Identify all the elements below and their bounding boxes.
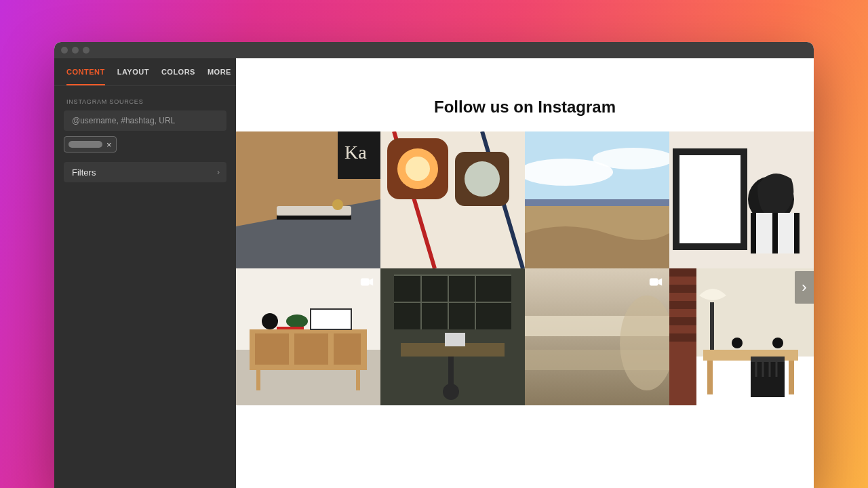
titlebar	[54, 42, 814, 58]
svg-rect-28	[794, 213, 800, 253]
svg-rect-37	[311, 309, 351, 329]
chip-swatch	[68, 141, 102, 148]
svg-rect-62	[669, 268, 696, 277]
svg-point-77	[732, 338, 743, 348]
svg-rect-24	[751, 213, 756, 253]
feed-grid: Ka	[236, 131, 814, 405]
svg-rect-69	[789, 361, 794, 394]
svg-rect-34	[255, 333, 289, 365]
feed-item[interactable]: Ka	[236, 131, 380, 268]
svg-rect-27	[783, 213, 789, 253]
svg-marker-59	[658, 279, 663, 286]
svg-point-38	[262, 313, 278, 329]
tab-layout[interactable]: LAYOUT	[117, 68, 149, 85]
svg-rect-32	[256, 370, 260, 390]
svg-rect-35	[294, 333, 328, 365]
svg-rect-65	[669, 317, 696, 325]
feed-item[interactable]	[380, 268, 525, 405]
video-icon	[648, 274, 664, 290]
svg-text:Ka: Ka	[344, 142, 367, 163]
preview-pane: Follow us on Instagram Ka	[236, 58, 814, 488]
feed-item[interactable]	[525, 131, 669, 268]
app-window: CONTENT LAYOUT COLORS MORE INSTAGRAM SOU…	[54, 42, 814, 488]
filters-label: Filters	[72, 167, 96, 178]
sidebar: CONTENT LAYOUT COLORS MORE INSTAGRAM SOU…	[54, 58, 236, 488]
sources-label: INSTAGRAM SOURCES	[54, 86, 236, 110]
svg-rect-58	[650, 279, 658, 286]
tabs: CONTENT LAYOUT COLORS MORE	[54, 58, 236, 86]
chevron-right-icon: ›	[802, 280, 806, 295]
svg-rect-51	[445, 333, 465, 346]
svg-rect-68	[707, 361, 713, 394]
feed-item[interactable]	[669, 268, 814, 405]
svg-rect-66	[669, 333, 696, 342]
svg-rect-36	[334, 333, 361, 365]
svg-rect-64	[669, 301, 696, 309]
svg-rect-40	[277, 327, 304, 329]
window-dot-min[interactable]	[72, 47, 79, 54]
svg-rect-41	[361, 279, 370, 286]
tab-more[interactable]: MORE	[208, 68, 231, 85]
tab-content[interactable]: CONTENT	[66, 68, 105, 85]
svg-rect-26	[772, 213, 778, 253]
svg-rect-72	[751, 357, 785, 362]
feed-item[interactable]	[525, 268, 669, 405]
source-input[interactable]: @username, #hashtag, URL	[64, 110, 226, 131]
svg-rect-25	[762, 213, 767, 253]
source-placeholder: @username, #hashtag, URL	[72, 116, 175, 125]
source-chip[interactable]: ×	[64, 136, 117, 152]
svg-rect-33	[356, 370, 360, 390]
video-icon	[359, 274, 375, 290]
chevron-right-icon: ›	[217, 167, 220, 177]
carousel-next-button[interactable]: ›	[795, 271, 814, 304]
preview-title: Follow us on Instagram	[236, 98, 814, 117]
svg-marker-42	[370, 279, 374, 286]
window-dot-max[interactable]	[83, 47, 90, 54]
svg-rect-70	[710, 302, 714, 350]
chip-remove-icon[interactable]: ×	[106, 140, 112, 149]
filters-row[interactable]: Filters ›	[64, 162, 226, 182]
svg-point-53	[443, 384, 459, 400]
svg-rect-63	[669, 285, 696, 293]
feed-item[interactable]	[236, 268, 380, 405]
svg-point-78	[772, 338, 783, 348]
svg-rect-21	[676, 152, 744, 247]
svg-point-4	[332, 199, 343, 210]
window-dot-close[interactable]	[61, 47, 68, 54]
feed-item[interactable]	[380, 131, 525, 268]
tab-colors[interactable]: COLORS	[161, 68, 195, 85]
svg-point-39	[286, 314, 308, 328]
svg-point-14	[465, 161, 500, 197]
svg-rect-3	[277, 216, 351, 220]
svg-point-12	[406, 157, 430, 181]
feed-item[interactable]	[669, 131, 814, 268]
